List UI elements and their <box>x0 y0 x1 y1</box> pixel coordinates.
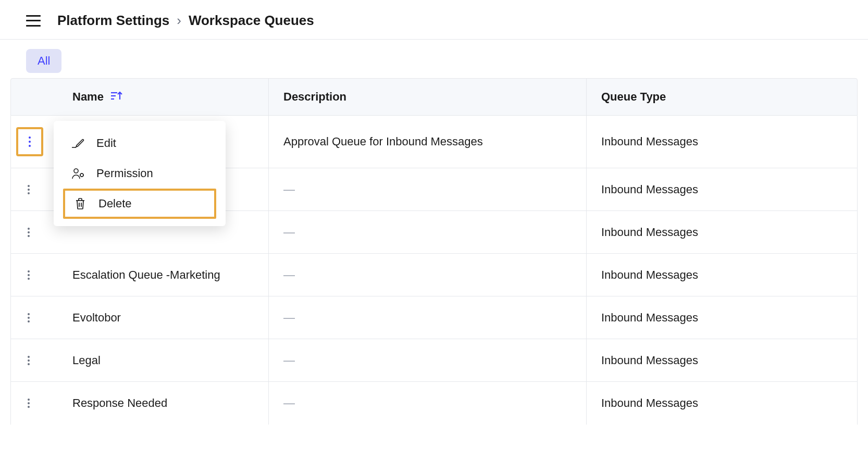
column-header-name[interactable]: Name <box>58 79 269 115</box>
table-header-row: Name Description Queue Type <box>10 78 858 116</box>
cell-queue-type: Inbound Messages <box>587 339 857 381</box>
svg-point-5 <box>74 169 78 173</box>
cell-name[interactable]: Escalation Queue -Marketing <box>58 254 269 296</box>
menu-item-edit-label: Edit <box>96 136 116 150</box>
row-actions-kebab-icon[interactable] <box>21 182 36 197</box>
cell-description: — <box>269 296 587 339</box>
row-actions-cell <box>11 296 58 339</box>
cell-description: Approval Queue for Inbound Messages <box>269 116 587 168</box>
table-row: Escalation Queue -Marketing — Inbound Me… <box>10 254 858 296</box>
column-header-actions <box>11 79 58 115</box>
row-actions-cell <box>11 254 58 296</box>
cell-description: — <box>269 339 587 381</box>
cell-description: — <box>269 254 587 296</box>
row-actions-cell <box>11 211 58 253</box>
row-actions-cell <box>11 339 58 381</box>
table-row: Approval Queue for Inbound Messages Inbo… <box>10 116 858 168</box>
cell-queue-type: Inbound Messages <box>587 116 857 168</box>
filter-bar: All <box>0 40 868 78</box>
table-row: Response Needed — Inbound Messages <box>10 382 858 425</box>
queues-table: Name Description Queue Type <box>10 78 858 425</box>
tab-all[interactable]: All <box>26 49 61 73</box>
row-actions-kebab-icon[interactable] <box>21 353 36 368</box>
row-actions-cell <box>11 168 58 210</box>
menu-item-permission[interactable]: Permission <box>54 158 226 189</box>
cell-description: — <box>269 211 587 253</box>
svg-point-6 <box>80 173 83 177</box>
column-header-name-label: Name <box>72 90 104 104</box>
breadcrumb: Platform Settings › Workspace Queues <box>57 13 314 29</box>
table-body: Approval Queue for Inbound Messages Inbo… <box>10 116 858 425</box>
column-header-description[interactable]: Description <box>269 79 587 115</box>
cell-description: — <box>269 382 587 425</box>
table-row: Legal — Inbound Messages <box>10 339 858 382</box>
row-actions-kebab-icon[interactable] <box>21 225 36 240</box>
row-actions-kebab-icon[interactable] <box>16 127 43 156</box>
table-row: Evoltobor — Inbound Messages <box>10 296 858 339</box>
edit-icon <box>71 136 85 150</box>
menu-item-delete[interactable]: Delete <box>63 189 216 219</box>
sort-ascending-icon[interactable] <box>111 91 122 103</box>
row-actions-kebab-icon[interactable] <box>21 396 36 411</box>
menu-item-delete-label: Delete <box>98 197 132 210</box>
permission-icon <box>71 167 85 180</box>
column-header-queue-type[interactable]: Queue Type <box>587 79 857 115</box>
cell-name[interactable]: Legal <box>58 339 269 381</box>
menu-item-permission-label: Permission <box>96 167 153 180</box>
cell-queue-type: Inbound Messages <box>587 168 857 210</box>
trash-icon <box>73 197 87 210</box>
breadcrumb-current: Workspace Queues <box>189 13 314 29</box>
cell-queue-type: Inbound Messages <box>587 296 857 339</box>
cell-queue-type: Inbound Messages <box>587 254 857 296</box>
cell-name[interactable]: Response Needed <box>58 382 269 425</box>
row-actions-kebab-icon[interactable] <box>21 268 36 282</box>
row-actions-cell <box>11 382 58 425</box>
menu-hamburger-icon[interactable] <box>26 15 41 27</box>
row-actions-kebab-icon[interactable] <box>21 310 36 325</box>
row-actions-cell <box>11 116 58 168</box>
cell-description: — <box>269 168 587 210</box>
menu-item-edit[interactable]: Edit <box>54 128 226 158</box>
chevron-right-icon: › <box>177 13 181 29</box>
page-header: Platform Settings › Workspace Queues <box>0 0 868 40</box>
cell-queue-type: Inbound Messages <box>587 382 857 425</box>
cell-name[interactable]: Evoltobor <box>58 296 269 339</box>
cell-queue-type: Inbound Messages <box>587 211 857 253</box>
breadcrumb-parent[interactable]: Platform Settings <box>57 13 169 29</box>
row-context-menu: Edit Permission <box>54 121 226 226</box>
